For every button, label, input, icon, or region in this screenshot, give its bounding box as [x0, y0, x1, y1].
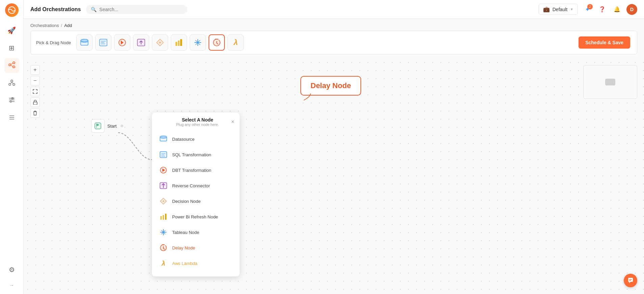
- canvas-wrapper: + −: [24, 58, 644, 294]
- settings-icon: ⚙: [9, 266, 15, 274]
- popup-tableau-icon: [159, 228, 168, 237]
- schedule-save-button[interactable]: Schedule & Save: [579, 36, 630, 49]
- content-area: Orchestrations / Add Pick & Drag Node: [24, 19, 644, 294]
- start-node-label: Start: [107, 124, 116, 129]
- rocket-icon: 🚀: [7, 26, 16, 34]
- sidebar-collapse-button[interactable]: →: [4, 280, 19, 291]
- svg-rect-30: [178, 41, 180, 46]
- sidebar: 🚀 ⊞: [0, 0, 24, 294]
- svg-line-9: [10, 82, 12, 84]
- svg-rect-53: [163, 215, 164, 220]
- popup-sql-icon: [159, 150, 168, 159]
- node-icon-delay[interactable]: [209, 34, 225, 51]
- canvas-controls: + −: [30, 65, 40, 118]
- start-node-flag: [91, 119, 105, 133]
- breadcrumb-root[interactable]: Orchestrations: [30, 23, 59, 28]
- lock-button[interactable]: [30, 98, 40, 107]
- mini-map-content: [584, 65, 637, 99]
- sidebar-item-rocket[interactable]: 🚀: [4, 23, 19, 38]
- popup-lambda-label: Aws Lambda: [172, 261, 197, 266]
- delete-button[interactable]: [30, 108, 40, 118]
- popup-item-dbt[interactable]: DBT Transformation: [152, 162, 240, 178]
- user-avatar[interactable]: D: [626, 4, 637, 15]
- sparkle-button[interactable]: ✦ 2: [582, 4, 593, 15]
- node-icon-powerbi[interactable]: [171, 34, 187, 51]
- popup-item-powerbi[interactable]: Power Bi Refresh Node: [152, 209, 240, 224]
- canvas[interactable]: + −: [24, 58, 644, 294]
- svg-line-10: [12, 82, 13, 84]
- popup-item-lambda[interactable]: λ Aws Lambda: [152, 256, 240, 271]
- sidebar-item-connections[interactable]: [4, 76, 19, 90]
- node-icon-reverse[interactable]: [133, 34, 149, 51]
- svg-point-43: [160, 136, 167, 138]
- node-icon-tableau[interactable]: [190, 34, 206, 51]
- node-picker-bar: Pick & Drag Node: [30, 31, 637, 54]
- header: Add Orchestrations 🔍 💼 Default ▼ ✦ 2 ❓ 🔔…: [24, 0, 644, 19]
- popup-header: Select A Node Plug any other node here. …: [152, 112, 240, 129]
- chat-bubble-button[interactable]: [624, 274, 637, 287]
- sidebar-item-grid[interactable]: ⊞: [4, 41, 19, 55]
- node-icon-lambda[interactable]: λ: [227, 34, 244, 51]
- notification-badge: 2: [587, 4, 593, 9]
- svg-point-13: [10, 101, 11, 102]
- svg-point-2: [13, 62, 15, 64]
- start-node[interactable]: Start: [91, 119, 123, 133]
- popup-datasource-icon: [159, 134, 168, 144]
- help-icon: ❓: [599, 6, 606, 12]
- popup-tableau-label: Tableau Node: [172, 230, 199, 235]
- breadcrumb-current: Add: [64, 23, 72, 28]
- popup-item-decision[interactable]: Decision Node: [152, 193, 240, 209]
- svg-rect-41: [95, 123, 101, 129]
- popup-close-button[interactable]: ×: [231, 119, 234, 125]
- callout-arrow-svg: [304, 93, 344, 110]
- node-icon-decision[interactable]: [152, 34, 168, 51]
- chevron-down-icon: ▼: [570, 7, 573, 11]
- sidebar-item-settings[interactable]: ⚙: [4, 262, 19, 277]
- app-logo[interactable]: [5, 3, 19, 17]
- popup-item-reverse[interactable]: Reverse Connector: [152, 178, 240, 193]
- notification-button[interactable]: 🔔: [612, 4, 622, 15]
- page-title: Add Orchestrations: [30, 6, 81, 12]
- delay-callout: Delay Node: [300, 76, 361, 96]
- bell-icon: 🔔: [614, 6, 620, 12]
- svg-line-4: [11, 63, 13, 64]
- popup-item-datasource[interactable]: Datasource: [152, 131, 240, 147]
- popup-item-delay[interactable]: Delay Node: [152, 240, 240, 256]
- popup-delay-label: Delay Node: [172, 245, 195, 250]
- svg-rect-52: [160, 216, 162, 220]
- node-icon-dbt[interactable]: [114, 34, 130, 51]
- connections-icon: [8, 79, 16, 88]
- node-picker-label: Pick & Drag Node: [36, 40, 71, 45]
- sidebar-item-transform[interactable]: [4, 93, 19, 108]
- popup-sql-label: SQL Transformation: [172, 152, 211, 157]
- popup-decision-icon: [159, 196, 168, 206]
- help-button[interactable]: ❓: [597, 4, 608, 15]
- workspace-icon: 💼: [543, 6, 550, 12]
- start-node-dot: [120, 125, 123, 127]
- node-icon-sql[interactable]: [95, 34, 111, 51]
- search-bar: 🔍: [86, 5, 187, 14]
- sidebar-item-orchestrations[interactable]: [4, 58, 19, 73]
- popup-delay-icon: [159, 243, 168, 252]
- fullscreen-button[interactable]: [30, 87, 40, 96]
- popup-reverse-icon: [159, 181, 168, 190]
- popup-datasource-label: Datasource: [172, 137, 194, 142]
- svg-rect-44: [160, 152, 167, 158]
- select-node-popup: Select A Node Plug any other node here. …: [152, 112, 240, 276]
- orchestrations-icon: [8, 61, 16, 70]
- popup-items-list: Datasource: [152, 129, 240, 276]
- workspace-selector[interactable]: 💼 Default ▼: [539, 4, 578, 15]
- sidebar-item-list[interactable]: [4, 111, 19, 126]
- zoom-in-button[interactable]: +: [30, 65, 40, 75]
- search-icon: 🔍: [91, 7, 97, 12]
- popup-item-sql[interactable]: SQL Transformation: [152, 147, 240, 162]
- popup-dbt-icon: [159, 165, 168, 175]
- svg-rect-31: [180, 39, 182, 46]
- popup-item-tableau[interactable]: Tableau Node: [152, 224, 240, 240]
- svg-point-59: [163, 232, 164, 233]
- search-input[interactable]: [99, 7, 183, 12]
- popup-title: Select A Node: [164, 117, 231, 123]
- workspace-label: Default: [553, 7, 567, 12]
- zoom-out-button[interactable]: −: [30, 76, 40, 85]
- node-icon-datasource[interactable]: [76, 34, 92, 51]
